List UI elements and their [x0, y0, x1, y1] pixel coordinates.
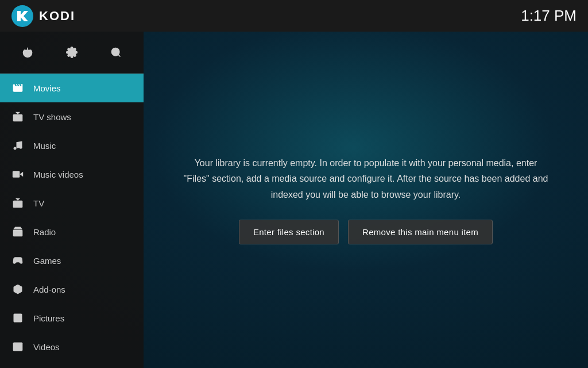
- sidebar-item-videos[interactable]: Videos: [0, 332, 144, 361]
- musicvideos-label: Music videos: [33, 170, 83, 179]
- svg-rect-6: [13, 114, 23, 122]
- radio-label: Radio: [33, 227, 56, 237]
- main-content: Your library is currently empty. In orde…: [144, 32, 588, 368]
- search-button[interactable]: [106, 42, 126, 63]
- power-button[interactable]: [17, 42, 38, 63]
- kodi-logo-icon: [11, 5, 33, 27]
- sidebar-toolbar: [0, 32, 144, 74]
- music-label: Music: [33, 141, 56, 151]
- svg-point-8: [20, 146, 22, 149]
- svg-point-17: [16, 316, 17, 317]
- empty-library-text: Your library is currently empty. In orde…: [182, 155, 550, 202]
- games-label: Games: [33, 256, 61, 266]
- sidebar-item-addons[interactable]: Add-ons: [0, 275, 144, 304]
- svg-rect-18: [13, 343, 23, 351]
- sidebar-item-pictures[interactable]: Pictures: [0, 304, 144, 332]
- movies-icon: [11, 82, 24, 94]
- sidebar: Movies TV shows Music Music videos: [0, 32, 144, 368]
- remove-menu-item-button[interactable]: Remove this main menu item: [348, 220, 493, 244]
- app-title: KODI: [39, 9, 75, 24]
- tvshows-icon: [11, 110, 24, 123]
- radio-icon: [11, 225, 24, 238]
- svg-line-5: [118, 55, 121, 57]
- sidebar-item-radio[interactable]: Radio: [0, 217, 144, 246]
- addons-icon: [11, 283, 24, 296]
- addons-label: Add-ons: [33, 285, 65, 294]
- content-area: Movies TV shows Music Music videos: [0, 32, 588, 368]
- tv-label: TV: [33, 198, 44, 208]
- musicvideos-icon: [11, 168, 24, 181]
- svg-rect-11: [13, 201, 23, 208]
- enter-files-button[interactable]: Enter files section: [239, 220, 339, 244]
- settings-button[interactable]: [61, 42, 82, 63]
- videos-label: Videos: [33, 342, 60, 352]
- action-buttons: Enter files section Remove this main men…: [182, 220, 550, 244]
- sidebar-item-tvshows[interactable]: TV shows: [0, 102, 144, 131]
- clock-display: 1:17 PM: [521, 7, 577, 25]
- tvshows-label: TV shows: [33, 112, 71, 122]
- sidebar-item-games[interactable]: Games: [0, 246, 144, 275]
- sidebar-item-movies[interactable]: Movies: [0, 74, 144, 102]
- nav-items: Movies TV shows Music Music videos: [0, 74, 144, 368]
- svg-point-7: [14, 147, 17, 150]
- pictures-icon: [11, 312, 24, 324]
- videos-icon: [11, 340, 24, 353]
- music-icon: [11, 139, 24, 152]
- sidebar-item-music[interactable]: Music: [0, 131, 144, 160]
- svg-marker-9: [20, 172, 23, 177]
- tv-icon: [11, 197, 24, 209]
- games-icon: [11, 254, 24, 267]
- header-left: KODI: [11, 5, 75, 27]
- movies-label: Movies: [33, 83, 61, 93]
- sidebar-item-tv[interactable]: TV: [0, 189, 144, 217]
- svg-point-4: [111, 48, 119, 56]
- svg-rect-10: [13, 171, 20, 178]
- sidebar-item-musicvideos[interactable]: Music videos: [0, 160, 144, 189]
- header: KODI 1:17 PM: [0, 0, 588, 32]
- pictures-label: Pictures: [33, 313, 64, 323]
- empty-library-message-box: Your library is currently empty. In orde…: [171, 144, 561, 256]
- svg-point-13: [17, 232, 20, 235]
